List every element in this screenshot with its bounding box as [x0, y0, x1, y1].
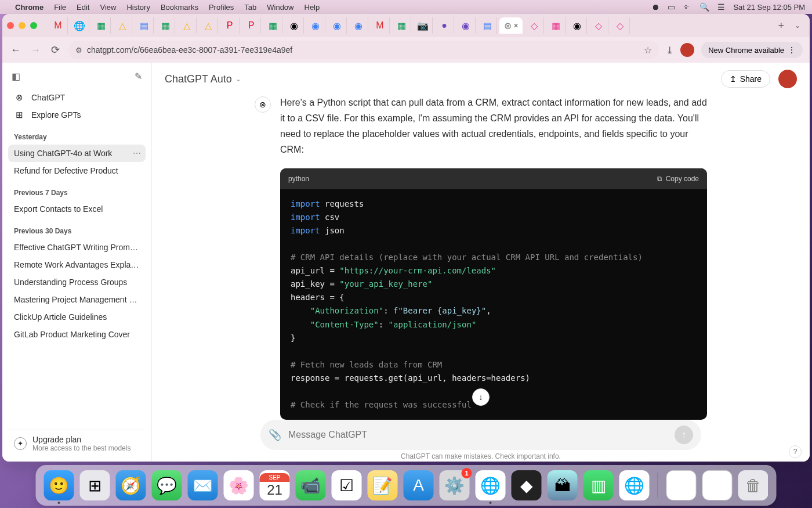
menubar-view[interactable]: View — [100, 3, 116, 12]
scroll-to-bottom-button[interactable]: ↓ — [472, 388, 490, 406]
close-tab-icon[interactable]: ✕ — [513, 22, 519, 30]
back-button[interactable]: ← — [9, 44, 22, 56]
sidebar-nav-chatgpt[interactable]: ⊗ ChatGPT — [8, 89, 146, 106]
menubar-help[interactable]: Help — [304, 3, 320, 12]
tab-favicon[interactable]: ▤ — [478, 17, 497, 34]
dock-appstore[interactable]: A — [404, 470, 434, 500]
window-close-button[interactable] — [7, 22, 14, 29]
tab-favicon[interactable]: ◉ — [568, 17, 587, 34]
tab-favicon[interactable]: 📷 — [414, 17, 433, 34]
dock-minimized-window[interactable] — [666, 470, 697, 500]
copy-code-button[interactable]: ⧉ Copy code — [657, 173, 699, 185]
bookmark-star-icon[interactable]: ☆ — [644, 45, 652, 56]
chat-history-item[interactable]: Using ChatGPT-4o at Work ⋯ — [8, 145, 146, 162]
tab-favicon[interactable]: ◉ — [349, 17, 368, 34]
control-center-icon[interactable]: ☰ — [717, 2, 725, 12]
menubar-window[interactable]: Window — [267, 3, 293, 12]
menubar-history[interactable]: History — [126, 3, 150, 12]
tab-favicon[interactable]: ◇ — [589, 17, 608, 34]
reload-button[interactable]: ⟳ — [49, 44, 61, 56]
dock-calendar[interactable]: SEP 21 — [260, 470, 290, 500]
tab-favicon[interactable]: ◇ — [525, 17, 544, 34]
dock-reminders[interactable]: ☑︎ — [332, 470, 362, 500]
screen-record-icon[interactable]: ⏺ — [651, 2, 659, 12]
menubar-clock[interactable]: Sat 21 Sep 12:05 PM — [733, 3, 805, 12]
tab-favicon[interactable]: P — [242, 17, 261, 34]
menubar-file[interactable]: File — [54, 3, 66, 12]
tab-favicon[interactable]: ▦ — [392, 17, 411, 34]
tab-favicon[interactable]: ◉ — [306, 17, 325, 34]
chrome-profile-avatar[interactable] — [680, 43, 694, 57]
dock-finder[interactable]: 🙂 — [44, 470, 74, 500]
send-button[interactable]: ↑ — [675, 426, 693, 444]
help-button[interactable]: ? — [789, 445, 802, 458]
dock-launchpad[interactable]: ⊞ — [80, 470, 110, 500]
attach-file-icon[interactable]: 📎 — [269, 428, 281, 441]
dock-numbers[interactable]: ▥ — [583, 470, 614, 500]
tab-favicon[interactable]: △ — [199, 17, 218, 34]
tab-active[interactable]: ⊗✕ — [499, 17, 523, 34]
forward-button[interactable]: → — [29, 44, 42, 56]
tab-favicon[interactable]: ◇ — [611, 17, 630, 34]
window-minimize-button[interactable] — [19, 22, 26, 29]
menubar-bookmarks[interactable]: Bookmarks — [161, 3, 198, 12]
spotlight-icon[interactable]: 🔍 — [699, 2, 709, 12]
message-input[interactable] — [288, 430, 668, 440]
wifi-icon[interactable]: ᯤ — [683, 2, 691, 12]
site-info-icon[interactable]: ⚙︎ — [75, 46, 82, 55]
tab-favicon[interactable]: ◉ — [285, 17, 304, 34]
dock-notes[interactable]: 📝 — [368, 470, 398, 500]
window-zoom-button[interactable] — [30, 22, 37, 29]
dock-trash[interactable]: 🗑 — [738, 470, 768, 500]
upgrade-plan-button[interactable]: ✦ Upgrade plan More access to the best m… — [8, 430, 146, 457]
dock-facetime[interactable]: 📹 — [296, 470, 326, 500]
chat-history-item[interactable]: Effective ChatGPT Writing Prompts — [8, 239, 146, 256]
downloads-icon[interactable]: ⤓ — [666, 45, 673, 56]
dock-app[interactable]: 🏔 — [548, 470, 578, 500]
dock-messages[interactable]: 💬 — [152, 470, 182, 500]
user-avatar[interactable] — [778, 70, 797, 88]
tab-overflow-button[interactable]: ⌄ — [790, 21, 805, 30]
tab-favicon[interactable]: M — [371, 17, 390, 34]
chat-history-item[interactable]: ClickUp Article Guidelines — [8, 308, 146, 326]
dock-photos[interactable]: 🌸 — [224, 470, 254, 500]
battery-icon[interactable]: ▭ — [668, 2, 675, 12]
new-chat-icon[interactable]: ✎ — [135, 71, 142, 82]
sidebar-nav-explore[interactable]: ⊞ Explore GPTs — [8, 106, 146, 124]
tab-favicon[interactable]: △ — [113, 17, 132, 34]
chat-item-more-icon[interactable]: ⋯ — [133, 149, 141, 158]
chat-history-item[interactable]: Export Contacts to Excel — [8, 200, 146, 218]
share-button[interactable]: ↥ Share — [721, 70, 770, 88]
tab-favicon[interactable]: P — [220, 17, 240, 34]
chat-history-item[interactable]: GitLab Product Marketing Cover — [8, 326, 146, 343]
chrome-update-chip[interactable]: New Chrome available ⋮ — [701, 42, 803, 58]
address-bar[interactable]: ⚙︎ chatgpt.com/c/66ea6bea-ee3c-8007-a391… — [68, 41, 659, 59]
tab-favicon[interactable]: ◉ — [328, 17, 347, 34]
dock-minimized-window[interactable] — [702, 470, 733, 500]
menubar-app-name[interactable]: Chrome — [15, 3, 44, 12]
dock-mail[interactable]: ✉️ — [188, 470, 218, 500]
tab-favicon[interactable]: ▦ — [156, 17, 175, 34]
tab-favicon[interactable]: ◉ — [456, 17, 476, 34]
tab-favicon[interactable]: 🌐 — [70, 17, 89, 34]
chat-history-item[interactable]: Mastering Project Management Goals — [8, 291, 146, 308]
dock-settings[interactable]: ⚙️ 1 — [440, 470, 470, 500]
chat-history-item[interactable]: Understanding Process Groups — [8, 273, 146, 291]
menubar-profiles[interactable]: Profiles — [209, 3, 234, 12]
chrome-menu-icon[interactable]: ⋮ — [788, 45, 796, 55]
chat-history-item[interactable]: Refund for Defective Product — [8, 162, 146, 179]
dock-unity[interactable]: ◆ — [512, 470, 542, 500]
menubar-edit[interactable]: Edit — [77, 3, 89, 12]
tab-favicon[interactable]: △ — [177, 17, 197, 34]
menubar-tab[interactable]: Tab — [244, 3, 256, 12]
tab-favicon[interactable]: ▦ — [546, 17, 566, 34]
tab-favicon[interactable]: M — [49, 17, 68, 34]
dock-safari[interactable]: 🧭 — [116, 470, 146, 500]
chat-history-item[interactable]: Remote Work Advantages Explained — [8, 256, 146, 273]
model-selector[interactable]: ChatGPT Auto ⌄ — [165, 73, 241, 85]
dock-chrome-2[interactable]: 🌐 — [619, 470, 650, 500]
dock-chrome[interactable]: 🌐 — [476, 470, 506, 500]
tab-favicon[interactable]: ● — [435, 17, 454, 34]
new-tab-button[interactable]: + — [772, 20, 790, 32]
toggle-sidebar-icon[interactable]: ◧ — [12, 71, 20, 82]
